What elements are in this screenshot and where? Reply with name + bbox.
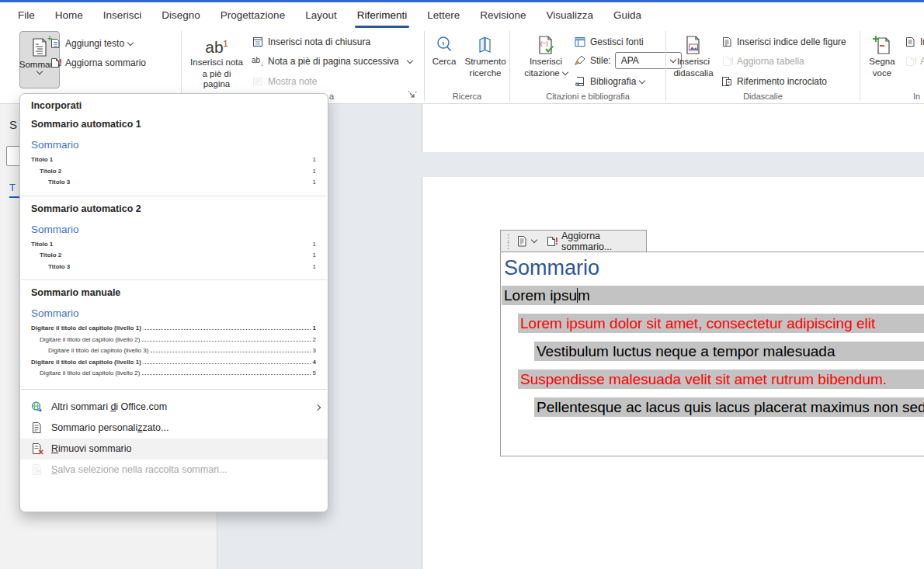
tab-visualizza[interactable]: Visualizza bbox=[537, 2, 604, 28]
style-brush-icon bbox=[574, 54, 586, 67]
update-index-icon: ! bbox=[904, 55, 916, 68]
index-icon bbox=[904, 36, 916, 48]
toc-entry[interactable]: Suspendisse malesuada velit sit amet rut… bbox=[518, 370, 924, 389]
tab-disegno[interactable]: Disegno bbox=[151, 2, 210, 28]
cross-reference-icon bbox=[721, 75, 733, 88]
remove-toc-icon: ✕ bbox=[30, 442, 43, 455]
group-didascalie: Inserisci didascalia Inserisci indice de… bbox=[666, 28, 860, 103]
custom-toc-icon bbox=[30, 422, 43, 434]
indice-group-label-fragment: In bbox=[860, 92, 924, 101]
bibliografia-button[interactable]: Bibliografia bbox=[574, 72, 644, 91]
navpane-title-fragment: S bbox=[9, 118, 17, 131]
research-books-icon bbox=[476, 35, 495, 55]
chevron-down-icon bbox=[639, 77, 645, 83]
group-indice: Segna voce In ! A In bbox=[860, 28, 924, 103]
cerca-button[interactable]: Cerca bbox=[426, 31, 462, 67]
menu-separator bbox=[21, 389, 327, 390]
caption-icon bbox=[683, 35, 703, 55]
menu-item-rimuovi-sommario[interactable]: ✕ Rimuovi sommario bbox=[20, 439, 328, 460]
chevron-down-icon bbox=[36, 68, 43, 75]
nota-successiva-button[interactable]: ab ↓ Nota a piè di pagina successiva bbox=[252, 52, 412, 71]
document-heading: Sommario bbox=[504, 255, 599, 281]
group-citazioni: (−) Inserisci citazione Gestisci fonti S… bbox=[510, 28, 665, 103]
endnote-icon: [i] bbox=[252, 36, 264, 48]
tab-revisione[interactable]: Revisione bbox=[470, 2, 536, 28]
next-footnote-icon: ab ↓ bbox=[252, 55, 264, 68]
tab-inserisci[interactable]: Inserisci bbox=[93, 2, 152, 28]
save-gallery-icon bbox=[30, 463, 43, 476]
menu-item-salva-selezione: Salva selezione nella raccolta sommari..… bbox=[20, 460, 328, 481]
tab-riferimenti[interactable]: Riferimenti bbox=[347, 2, 418, 28]
document-page-2: ⋮⋮ ! Aggiorna sommario... Sommario Lorem… bbox=[422, 177, 924, 569]
tab-progettazione[interactable]: Progettazione bbox=[210, 2, 295, 28]
gallery-title-manuale: Sommario manuale bbox=[31, 287, 328, 298]
aggiorna-sommario-tab-button[interactable]: Aggiorna sommario... bbox=[561, 231, 640, 252]
submenu-arrow-icon bbox=[314, 404, 321, 411]
riferimento-incrociato-button[interactable]: Riferimento incrociato bbox=[721, 72, 827, 91]
gallery-item-automatico-2[interactable]: Sommario Titolo 11 Titolo 21 Titolo 31 bbox=[31, 222, 316, 273]
update-table-icon: ! bbox=[721, 55, 733, 68]
sommario-dropdown-menu: Incorporati Sommario automatico 1 Sommar… bbox=[19, 93, 328, 512]
inserisci-citazione-button[interactable]: (−) Inserisci citazione bbox=[522, 31, 570, 78]
show-notes-icon bbox=[252, 75, 264, 88]
aggiorna-sommario-button[interactable]: ! Aggiorna sommario bbox=[49, 54, 146, 72]
didascalie-group-label: Didascalie bbox=[666, 92, 860, 101]
menu-item-altri-sommari[interactable]: Altri sommari di Office.com bbox=[20, 397, 328, 418]
update-toc-icon: ! bbox=[545, 235, 558, 248]
inserisci-indice-button-cut[interactable]: In bbox=[904, 33, 924, 51]
inserisci-nota-button[interactable]: ab1 Inserisci nota a piè di pagina bbox=[188, 31, 245, 89]
nota-chiusura-button[interactable]: [i] Inserisci nota di chiusura bbox=[252, 33, 370, 51]
citation-icon: (−) bbox=[536, 35, 556, 55]
update-toc-icon: ! bbox=[49, 57, 61, 69]
aggiungi-testo-button[interactable]: + Aggiungi testo bbox=[49, 34, 133, 53]
svg-text:[i]: [i] bbox=[255, 40, 260, 47]
bibliography-icon bbox=[574, 75, 586, 88]
tab-layout[interactable]: Layout bbox=[295, 2, 347, 28]
group-note: ab1 Inserisci nota a piè di pagina [i] I… bbox=[182, 28, 424, 103]
chevron-down-icon bbox=[561, 69, 568, 75]
toc-entry[interactable]: Lorem ipsum dolor sit amet, consectetur … bbox=[518, 314, 924, 333]
drag-handle-icon[interactable]: ⋮⋮ bbox=[504, 234, 512, 249]
manage-sources-icon bbox=[574, 36, 586, 48]
aggiorna-tabella-button: ! Aggiorna tabella bbox=[721, 52, 804, 71]
search-icon bbox=[435, 35, 453, 55]
tab-file[interactable]: File bbox=[8, 2, 45, 28]
menu-section-header: Incorporati bbox=[31, 100, 328, 111]
gallery-item-automatico-1[interactable]: Sommario Titolo 11 Titolo 21 Titolo 31 bbox=[31, 137, 316, 189]
toc-doc-icon bbox=[516, 235, 528, 248]
add-text-icon: + bbox=[49, 37, 61, 50]
mostra-note-button: Mostra note bbox=[252, 72, 317, 91]
citazioni-group-label: Citazioni e bibliografia bbox=[510, 92, 665, 101]
chevron-down-icon bbox=[531, 237, 537, 243]
toc-field-tab[interactable]: ⋮⋮ ! Aggiorna sommario... bbox=[500, 230, 647, 252]
segna-voce-button[interactable]: Segna voce bbox=[863, 31, 901, 78]
strumento-ricerche-button[interactable]: Strumento ricerche bbox=[462, 31, 509, 78]
document-page-1-bottom bbox=[422, 104, 924, 152]
group-sommario: Sommario + Aggiungi testo ! Aggiorna som… bbox=[0, 28, 181, 103]
ab1-icon: ab1 bbox=[205, 35, 228, 56]
aggiorna-indice-button-cut: ! A bbox=[904, 52, 924, 71]
ribbon-tab-bar: File Home Inserisci Disegno Progettazion… bbox=[0, 2, 924, 28]
tab-guida[interactable]: Guida bbox=[603, 2, 651, 28]
menu-item-sommario-personalizzato[interactable]: Sommario personalizzato... bbox=[20, 418, 328, 439]
navpane-tab-fragment[interactable]: T bbox=[9, 182, 16, 193]
inserisci-didascalia-button[interactable]: Inserisci didascalia bbox=[671, 31, 716, 78]
tab-home[interactable]: Home bbox=[45, 2, 93, 28]
figure-index-icon bbox=[721, 36, 733, 48]
gallery-item-manuale[interactable]: Sommario Digitare il titolo del capitolo… bbox=[31, 306, 316, 380]
gestisci-fonti-button[interactable]: Gestisci fonti bbox=[574, 33, 644, 51]
toc-entry[interactable]: Vestibulum luctus neque a tempor malesua… bbox=[534, 342, 924, 361]
indice-figure-button[interactable]: Inserisci indice delle figure bbox=[721, 33, 846, 51]
toc-entry[interactable]: Lorem ipsum bbox=[502, 286, 924, 305]
tab-lettere[interactable]: Lettere bbox=[417, 2, 470, 28]
chevron-down-icon bbox=[127, 39, 134, 45]
svg-text:(−): (−) bbox=[540, 40, 548, 47]
globe-icon bbox=[30, 401, 43, 413]
dialog-launcher-icon[interactable] bbox=[407, 90, 418, 101]
gallery-title-automatico-2: Sommario automatico 2 bbox=[31, 203, 328, 214]
mark-entry-icon bbox=[872, 35, 892, 55]
ricerca-group-label: Ricerca bbox=[425, 92, 509, 101]
toc-entry[interactable]: Pellentesque ac lacus quis lacus placera… bbox=[534, 397, 924, 417]
chevron-down-icon bbox=[407, 57, 413, 63]
gallery-separator bbox=[21, 279, 327, 280]
